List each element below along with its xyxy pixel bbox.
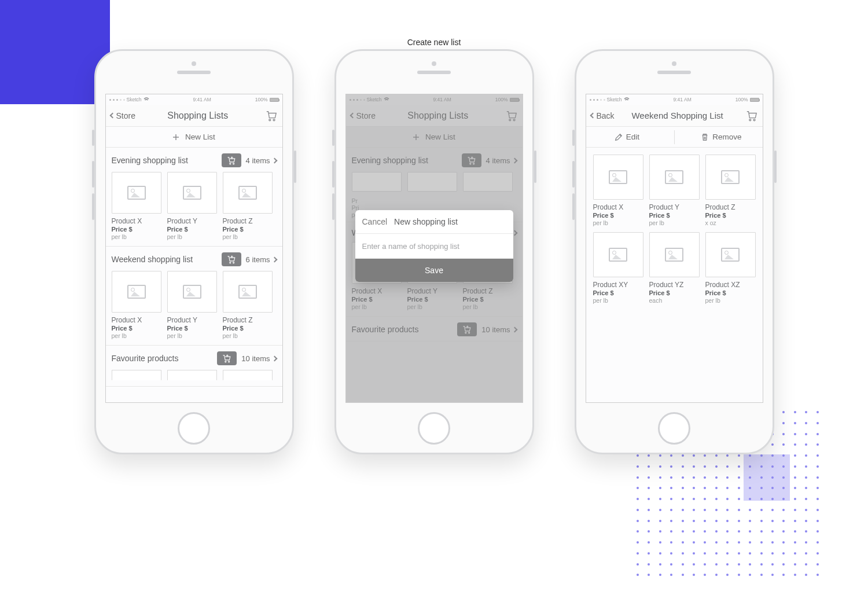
home-button[interactable]	[178, 412, 210, 445]
back-button[interactable]: Store	[111, 111, 135, 120]
navbar-title: Weekend Shopping List	[615, 111, 741, 120]
phone-3: Sketch 9:41 AM 100% Back Weekend Shoppin…	[575, 49, 774, 454]
phone-mute-switch	[92, 130, 94, 146]
chevron-right-icon	[271, 355, 277, 361]
list-row[interactable]: Favourite products 10 items	[112, 346, 277, 370]
list-row[interactable]: Evening shopping list 4 items	[112, 148, 277, 172]
image-icon	[238, 285, 257, 299]
product-card[interactable]: Product YPrice $per lb	[649, 155, 700, 226]
list-favourite: Favourite products 10 items	[106, 346, 282, 387]
pencil-icon	[615, 133, 623, 141]
cart-button[interactable]	[260, 110, 278, 122]
image-icon	[609, 170, 627, 184]
svg-point-15	[753, 119, 755, 120]
wifi-icon	[144, 97, 149, 102]
product-card[interactable]: Product YZPrice $each	[649, 232, 700, 304]
status-bar: Sketch 9:41 AM 100%	[586, 94, 763, 105]
product-card[interactable]: Product XYPrice $per lb	[593, 232, 643, 304]
home-button[interactable]	[418, 412, 450, 445]
phone-1: Sketch 9:41 AM 100% Store Shopping Lists	[94, 49, 294, 454]
remove-button[interactable]: Remove	[681, 127, 763, 147]
screen-list-detail: Sketch 9:41 AM 100% Back Weekend Shoppin…	[586, 94, 763, 403]
edit-button[interactable]: Edit	[586, 127, 668, 147]
battery-icon	[270, 98, 279, 102]
list-evening: Evening shopping list 4 items Product XP…	[106, 148, 282, 247]
new-list-modal: Cancel New shopping list Save	[355, 210, 513, 282]
product-thumb	[223, 271, 273, 313]
product-thumb	[167, 271, 217, 313]
product-grid: Product XPrice $per lb Product YPrice $p…	[586, 148, 763, 311]
svg-point-3	[233, 163, 234, 164]
image-icon	[127, 186, 146, 200]
modal-save-button[interactable]: Save	[355, 259, 513, 282]
product-card[interactable]: Product XPrice $per lb	[112, 271, 161, 339]
trash-icon	[701, 133, 709, 141]
wifi-icon	[624, 97, 630, 102]
home-button[interactable]	[658, 412, 690, 445]
product-card[interactable]: Product YPrice $per lb	[167, 271, 217, 339]
product-card[interactable]: Product XPrice $per lb	[112, 172, 161, 240]
cart-add-icon	[226, 156, 237, 165]
product-thumb	[593, 155, 643, 200]
new-list-bar[interactable]: New List	[106, 127, 282, 148]
chevron-right-icon	[271, 157, 277, 163]
cart-icon	[745, 110, 758, 122]
modal-input-row	[355, 233, 513, 259]
phone-mute-switch	[332, 130, 334, 146]
modal-cancel-button[interactable]: Cancel	[362, 217, 388, 226]
image-icon	[721, 248, 740, 262]
phone-vol-down	[332, 193, 334, 220]
svg-point-2	[229, 163, 230, 164]
phone-power	[534, 150, 536, 183]
svg-point-6	[225, 361, 226, 362]
list-title: Favourite products	[112, 354, 213, 363]
product-card[interactable]: Product XPrice $per lb	[593, 155, 643, 226]
product-thumb	[223, 172, 273, 214]
phone-vol-up	[92, 161, 94, 188]
product-thumb	[167, 172, 217, 214]
phone-power	[774, 150, 777, 183]
svg-point-7	[229, 361, 230, 362]
modal-header: Cancel New shopping list	[355, 210, 513, 233]
add-all-to-cart-button[interactable]	[222, 153, 241, 167]
phone-speaker	[177, 71, 211, 74]
image-icon	[183, 285, 201, 299]
product-row: Product XPrice $per lb Product YPrice $p…	[112, 271, 277, 345]
list-count[interactable]: 4 items	[246, 156, 277, 165]
product-card[interactable]: Product ZPrice $per lb	[223, 271, 273, 339]
chevron-left-icon	[109, 113, 115, 119]
new-list-label: New List	[185, 133, 215, 141]
navbar-title: Shopping Lists	[135, 111, 260, 121]
add-all-to-cart-button[interactable]	[217, 351, 237, 365]
plus-icon	[172, 134, 179, 141]
product-thumb-peek	[167, 370, 217, 380]
list-name-input[interactable]	[362, 242, 506, 251]
battery-label: 100%	[255, 97, 268, 102]
add-all-to-cart-button[interactable]	[222, 252, 241, 266]
list-weekend: Weekend shopping list 6 items Product XP…	[106, 247, 282, 346]
list-count[interactable]: 10 items	[241, 354, 276, 363]
product-card[interactable]: Product XZPrice $per lb	[705, 232, 756, 304]
product-thumb	[649, 155, 700, 200]
back-button[interactable]: Back	[591, 111, 615, 120]
product-row: Product XPrice $per lb Product YPrice $p…	[112, 172, 277, 246]
product-card[interactable]: Product ZPrice $per lb	[223, 172, 273, 240]
product-row	[112, 370, 277, 386]
svg-point-5	[233, 262, 234, 263]
product-thumb	[112, 172, 161, 214]
back-label: Store	[116, 111, 135, 120]
product-card[interactable]: Product ZPrice $x oz	[705, 155, 756, 226]
product-card[interactable]: Product YPrice $per lb	[167, 172, 217, 240]
carrier-label: Sketch	[127, 97, 142, 102]
phone-speaker	[657, 71, 691, 74]
divider	[674, 130, 675, 144]
list-count[interactable]: 6 items	[246, 255, 277, 264]
svg-point-14	[749, 119, 751, 120]
chevron-left-icon	[590, 113, 595, 119]
phone-speaker	[417, 71, 451, 74]
product-thumb	[112, 271, 161, 313]
list-row[interactable]: Weekend shopping list 6 items	[112, 247, 277, 271]
image-icon	[665, 248, 683, 262]
svg-point-1	[273, 119, 275, 120]
cart-button[interactable]	[741, 110, 758, 122]
